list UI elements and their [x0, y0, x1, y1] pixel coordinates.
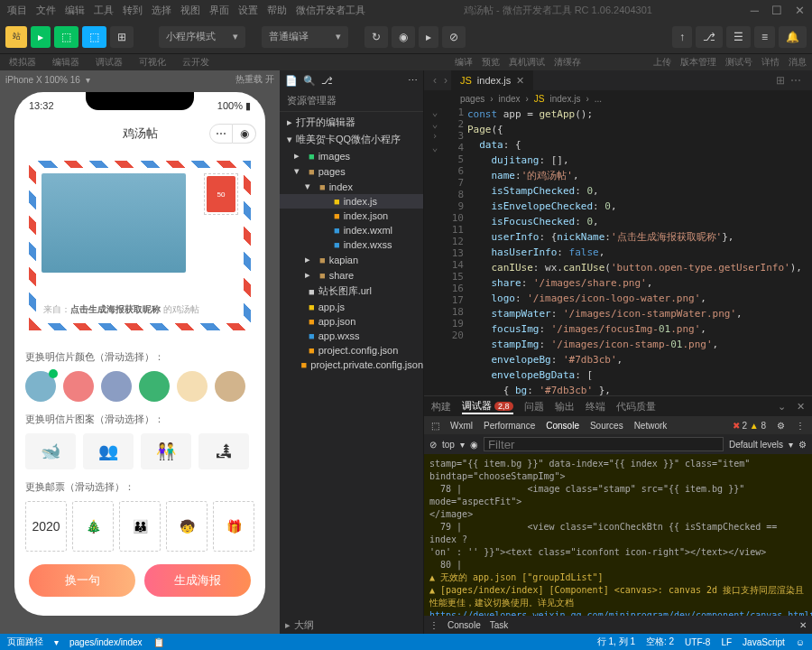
- shuffle-button[interactable]: 换一句: [29, 564, 135, 597]
- encoding[interactable]: UTF-8: [685, 637, 710, 647]
- stamp-option[interactable]: 🎄: [72, 501, 114, 552]
- panel-collapse-icon[interactable]: ⌄: [778, 401, 786, 413]
- hot-reload-toggle[interactable]: 热重载 开: [235, 73, 274, 86]
- tree-item-share[interactable]: ▸■ share: [280, 267, 423, 283]
- menu-goto[interactable]: 转到: [123, 4, 143, 17]
- color-option[interactable]: [139, 371, 170, 402]
- compile-button[interactable]: ↻: [364, 26, 388, 48]
- capsule-menu-icon[interactable]: ⋯: [209, 124, 233, 144]
- stamp-option[interactable]: 2020: [25, 501, 67, 552]
- stamp-option[interactable]: 👪: [119, 501, 161, 552]
- explorer-icon[interactable]: 📄: [285, 75, 298, 87]
- devtab-wxml[interactable]: Wxml: [450, 421, 473, 431]
- tree-item-app-js[interactable]: ■ app.js: [280, 300, 423, 314]
- language-mode[interactable]: JavaScript: [743, 637, 785, 647]
- menu-select[interactable]: 选择: [152, 4, 171, 17]
- cursor-position[interactable]: 行 1, 列 1: [597, 636, 635, 648]
- tree-item-站长图库-url[interactable]: ■ 站长图库.url: [280, 283, 423, 300]
- menu-settings[interactable]: 设置: [238, 4, 258, 17]
- tree-item-app-json[interactable]: ■ app.json: [280, 314, 423, 329]
- details-button[interactable]: ≡: [754, 26, 775, 48]
- color-picker-row[interactable]: [14, 367, 265, 405]
- console-levels-select[interactable]: Default levels: [729, 440, 783, 450]
- tab-terminal[interactable]: 终端: [586, 400, 605, 413]
- remote-debug-button[interactable]: ▸: [419, 26, 438, 48]
- tab-debugger[interactable]: 调试器 2,8: [462, 399, 513, 414]
- clear-cache-button[interactable]: ⊘: [442, 26, 466, 48]
- tree-item-kapian[interactable]: ▸■ kapian: [280, 252, 423, 267]
- open-editors-section[interactable]: ▸ 打开的编辑器: [280, 114, 423, 131]
- tab-quality[interactable]: 代码质量: [616, 400, 656, 413]
- git-icon[interactable]: ⎇: [321, 75, 333, 87]
- menu-devtools[interactable]: 微信开发者工具: [296, 4, 365, 17]
- visual-toggle[interactable]: ⊞: [110, 26, 134, 48]
- code-editor[interactable]: ⌄⌄›⌄ 1234567891011121314151617181920 con…: [424, 107, 812, 395]
- editor-nav-back-icon[interactable]: ‹: [429, 74, 440, 87]
- capsule-close-icon[interactable]: ◉: [233, 124, 256, 144]
- devtab-sources[interactable]: Sources: [590, 421, 623, 431]
- devtab-console[interactable]: Console: [546, 421, 579, 431]
- tab-index-js[interactable]: JS index.js ✕: [451, 70, 533, 90]
- editor-nav-fwd-icon[interactable]: ›: [440, 74, 451, 87]
- close-icon[interactable]: ✕: [795, 4, 805, 17]
- console-context-select[interactable]: top: [442, 440, 455, 450]
- color-option[interactable]: [101, 371, 132, 402]
- notifications-button[interactable]: 🔔: [779, 26, 807, 48]
- device-select[interactable]: iPhone X 100% 16: [5, 75, 80, 85]
- devtab-performance[interactable]: Performance: [484, 421, 535, 431]
- pattern-option[interactable]: 👥: [83, 433, 134, 469]
- tree-item-pages[interactable]: ▾■ pages: [280, 163, 423, 179]
- minimize-icon[interactable]: ─: [751, 4, 759, 17]
- stamp-option[interactable]: 🎁: [213, 501, 254, 552]
- preview-button[interactable]: ◉: [392, 26, 415, 48]
- menu-file[interactable]: 文件: [36, 4, 56, 17]
- tree-item-index-json[interactable]: ■ index.json: [280, 209, 423, 223]
- feedback-icon[interactable]: ☺: [796, 637, 805, 647]
- page-path[interactable]: pages/index/index: [69, 637, 143, 647]
- upload-button[interactable]: ↑: [672, 26, 692, 48]
- console-clear-icon[interactable]: ⊘: [429, 440, 437, 450]
- explorer-menu-icon[interactable]: ⋯: [408, 75, 418, 87]
- indent-setting[interactable]: 空格: 2: [646, 636, 674, 648]
- console-output[interactable]: stamp="{{ item.bg }}" data-index="{{ ind…: [424, 454, 812, 616]
- stamp-option[interactable]: 🧒: [166, 501, 208, 552]
- devtab-network[interactable]: Network: [634, 421, 668, 431]
- tree-item-project-private-config-json[interactable]: ■ project.private.config.json: [280, 358, 423, 372]
- generate-button[interactable]: 生成海报: [144, 564, 251, 597]
- project-root[interactable]: ▾ 唯美贺卡QQ微信小程序: [280, 131, 423, 148]
- pattern-picker-row[interactable]: 🐋 👥 👫 🏞: [14, 430, 265, 473]
- console-drawer-icon[interactable]: ⋮: [429, 620, 438, 630]
- color-option[interactable]: [63, 371, 94, 402]
- search-icon[interactable]: 🔍: [303, 75, 316, 87]
- tab-close-icon[interactable]: ✕: [516, 75, 524, 87]
- menu-edit[interactable]: 编辑: [65, 4, 85, 17]
- console-eye-icon[interactable]: ◉: [470, 440, 478, 450]
- tree-item-app-wxss[interactable]: ■ app.wxss: [280, 329, 423, 343]
- color-option[interactable]: [215, 371, 245, 402]
- stamp-picker-row[interactable]: 2020 🎄 👪 🧒 🎁: [14, 497, 265, 555]
- devtools-settings-icon[interactable]: ⚙: [777, 421, 785, 431]
- tab-output[interactable]: 输出: [555, 400, 575, 413]
- color-option[interactable]: [25, 371, 56, 402]
- menu-help[interactable]: 帮助: [267, 4, 287, 17]
- drawer-console[interactable]: Console: [448, 620, 481, 630]
- test-account-button[interactable]: ☰: [726, 26, 751, 48]
- tree-item-index[interactable]: ▾■ index: [280, 179, 423, 194]
- devtab-elements-icon[interactable]: ⬚: [431, 421, 439, 431]
- color-option[interactable]: [177, 371, 208, 402]
- pattern-option[interactable]: 🐋: [25, 433, 76, 469]
- pattern-option[interactable]: 👫: [141, 433, 191, 469]
- simulator-toggle[interactable]: ▸: [31, 26, 51, 48]
- menu-view[interactable]: 视图: [180, 4, 200, 17]
- editor-toggle[interactable]: ⬚: [54, 26, 78, 48]
- version-button[interactable]: ⎇: [696, 26, 723, 48]
- editor-more-icon[interactable]: ⋯: [785, 74, 807, 87]
- console-settings-icon[interactable]: ⚙: [798, 440, 807, 450]
- pattern-option[interactable]: 🏞: [198, 433, 249, 469]
- compile-select[interactable]: 普通编译▾: [262, 26, 348, 48]
- tree-item-index-js[interactable]: ■ index.js: [280, 194, 423, 209]
- mode-select[interactable]: 小程序模式▾: [159, 26, 245, 48]
- tree-item-index-wxml[interactable]: ■ index.wxml: [280, 223, 423, 237]
- breadcrumb[interactable]: pages › index › JS index.js › ...: [424, 90, 812, 107]
- tree-item-images[interactable]: ▸■ images: [280, 148, 423, 163]
